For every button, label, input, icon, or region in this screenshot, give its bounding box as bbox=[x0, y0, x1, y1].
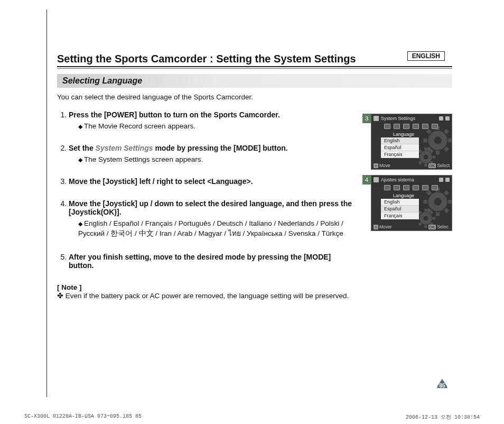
note-label: [ Note ] bbox=[57, 283, 354, 291]
tab-icon bbox=[422, 185, 428, 190]
step-text: Move the [Joystick] up / down to select … bbox=[69, 199, 354, 216]
svg-rect-3 bbox=[444, 146, 449, 152]
step-text: After you finish setting, move to the de… bbox=[69, 253, 354, 270]
lcd-options: EnglishEspañolFrançais bbox=[381, 199, 419, 219]
battery-icon bbox=[445, 178, 450, 182]
svg-point-1 bbox=[434, 136, 441, 144]
lcd-select-label: Selec. bbox=[437, 224, 450, 229]
tab-icon bbox=[403, 185, 409, 190]
svg-rect-2 bbox=[448, 139, 452, 142]
lcd-move-label: Mover bbox=[379, 224, 392, 229]
lcd-select-label: Select bbox=[437, 163, 450, 168]
step-bullet: The System Settings screen appears. bbox=[78, 155, 354, 163]
step-text: Move the [Joystick] left / right to sele… bbox=[69, 177, 354, 186]
svg-rect-24 bbox=[436, 212, 440, 216]
tab-icon bbox=[384, 124, 390, 129]
svg-rect-12 bbox=[433, 155, 435, 158]
svg-rect-26 bbox=[424, 200, 427, 204]
svg-point-11 bbox=[424, 155, 428, 160]
tab-icon bbox=[422, 124, 428, 129]
lcd-move-label: Move bbox=[379, 163, 390, 168]
lcd-tab-icons bbox=[371, 184, 452, 192]
lcd-option: Français bbox=[381, 213, 419, 219]
lcd-option: English bbox=[381, 137, 419, 144]
print-footer: SC-X300L 01228A-IB-USA 073~095.i85 85 20… bbox=[24, 413, 480, 421]
lcd-tab-icons bbox=[371, 123, 452, 131]
tab-icon bbox=[403, 124, 409, 129]
intro-text: You can select the desired language of t… bbox=[57, 93, 452, 101]
ok-key-icon: OK bbox=[428, 163, 436, 168]
step-item: Move the [Joystick] left / right to sele… bbox=[69, 177, 354, 186]
tab-icon bbox=[432, 185, 438, 190]
tab-icon bbox=[394, 124, 400, 129]
emphasis-text: System Settings bbox=[96, 144, 153, 152]
steps-column: Press the [POWER] button to turn on the … bbox=[57, 110, 354, 300]
footer-left: SC-X300L 01228A-IB-USA 073~095.i85 85 bbox=[24, 413, 142, 421]
step-item: Press the [POWER] button to turn on the … bbox=[69, 110, 354, 130]
screenshot-wrap: 3 System Settings Language EnglishEspaño… bbox=[362, 114, 452, 170]
page-number: 85 bbox=[435, 383, 449, 389]
card-icon bbox=[439, 178, 443, 182]
lcd-option: Español bbox=[381, 144, 419, 151]
step-bullets: English / Español / Français / Português… bbox=[69, 219, 354, 239]
tab-icon bbox=[413, 185, 419, 190]
lcd-tab-label: Language bbox=[386, 192, 421, 199]
page-title: Setting the Sports Camcorder : Setting t… bbox=[57, 53, 452, 67]
lcd-bottombar: ⟐Mover OKSelec. bbox=[374, 224, 450, 229]
step-bullets: The System Settings screen appears. bbox=[69, 155, 354, 163]
footer-right: 2006-12-13 오전 10:38:54 bbox=[406, 413, 480, 421]
svg-rect-4 bbox=[436, 151, 440, 154]
step-item: Set the System Settings mode by pressing… bbox=[69, 144, 354, 163]
lcd-option: Español bbox=[381, 206, 419, 213]
svg-rect-23 bbox=[444, 208, 449, 213]
screenshot-column: 3 System Settings Language EnglishEspaño… bbox=[362, 114, 452, 231]
svg-rect-32 bbox=[433, 217, 435, 219]
lcd-title: System Settings bbox=[381, 116, 415, 121]
joystick-icon: ⟐ bbox=[374, 163, 378, 168]
lcd-option: Français bbox=[381, 151, 419, 158]
binding-margin-rule bbox=[46, 10, 47, 397]
svg-rect-22 bbox=[448, 200, 452, 204]
battery-icon bbox=[445, 116, 450, 121]
tab-icon bbox=[413, 124, 419, 129]
language-label: ENGLISH bbox=[407, 51, 445, 61]
lcd-screen: System Settings Language EnglishEspañolF… bbox=[371, 114, 452, 170]
lcd-screen: Ajustes sistema Language EnglishEspañolF… bbox=[371, 175, 452, 231]
lcd-tab-label: Language bbox=[386, 131, 421, 137]
svg-rect-6 bbox=[424, 139, 427, 142]
page-content: ENGLISH Setting the Sports Camcorder : S… bbox=[57, 53, 452, 300]
step-item: Move the [Joystick] up / down to select … bbox=[69, 199, 354, 239]
page-number-arrow: 85 bbox=[435, 379, 452, 389]
lcd-title: Ajustes sistema bbox=[381, 177, 414, 182]
settings-gear-icon bbox=[374, 116, 379, 121]
note-text: Even if the battery pack or AC power are… bbox=[57, 291, 354, 300]
step-item: After you finish setting, move to the de… bbox=[69, 253, 354, 270]
step-bullet: English / Español / Français / Português… bbox=[78, 219, 354, 239]
screenshot-number: 3 bbox=[362, 114, 371, 123]
svg-rect-18 bbox=[424, 148, 427, 150]
lcd-option: English bbox=[381, 199, 419, 206]
tab-icon bbox=[384, 185, 390, 190]
lcd-bottombar: ⟐Move OKSelect bbox=[374, 163, 450, 168]
svg-point-31 bbox=[424, 216, 428, 221]
ok-key-icon: OK bbox=[428, 225, 436, 229]
svg-rect-38 bbox=[424, 209, 427, 211]
svg-point-21 bbox=[434, 198, 441, 205]
step-bullet: The Movie Record screen appears. bbox=[78, 122, 354, 130]
settings-gear-icon bbox=[374, 177, 379, 182]
card-icon bbox=[439, 116, 443, 121]
screenshot-number: 4 bbox=[362, 175, 371, 185]
lcd-options: EnglishEspañolFrançais bbox=[381, 137, 419, 158]
tab-icon bbox=[432, 124, 438, 129]
step-bullets: The Movie Record screen appears. bbox=[69, 122, 354, 130]
tab-icon bbox=[394, 185, 400, 190]
step-text: Set the System Settings mode by pressing… bbox=[69, 144, 354, 152]
step-text: Press the [POWER] button to turn on the … bbox=[69, 110, 354, 119]
joystick-icon: ⟐ bbox=[374, 225, 378, 229]
title-underline bbox=[57, 68, 452, 69]
lcd-topbar: Ajustes sistema bbox=[371, 176, 452, 184]
screenshot-wrap: 4 Ajustes sistema Language EnglishEspaño… bbox=[362, 175, 452, 231]
section-heading: Selecting Language bbox=[57, 74, 452, 88]
lcd-topbar: System Settings bbox=[371, 114, 452, 123]
